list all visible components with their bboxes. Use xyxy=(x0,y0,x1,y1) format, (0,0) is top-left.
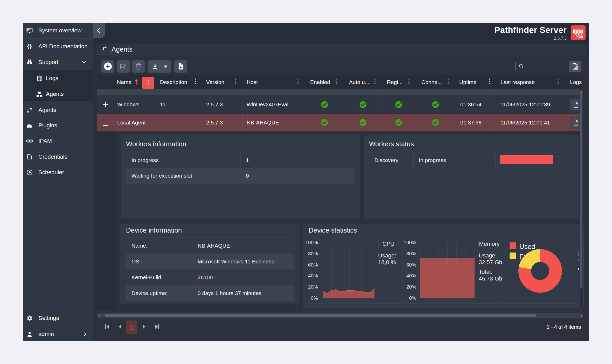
svg-text:a: a xyxy=(121,66,123,68)
svg-text:x: x xyxy=(574,66,576,69)
